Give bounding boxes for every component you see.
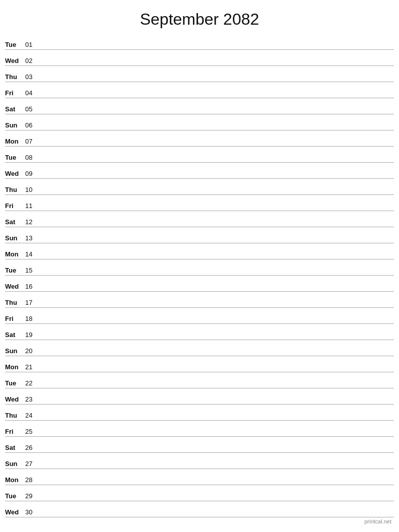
day-name: Sun [5, 234, 25, 242]
day-number: 01 [25, 41, 39, 48]
day-name: Fri [5, 202, 25, 210]
day-row: Fri04 [5, 82, 394, 98]
day-number: 17 [25, 299, 39, 306]
day-row: Mon21 [5, 356, 394, 372]
day-name: Tue [5, 154, 25, 161]
day-name: Sat [5, 331, 25, 339]
day-name: Mon [5, 476, 25, 484]
day-number: 26 [25, 444, 39, 451]
day-row: Mon14 [5, 243, 394, 259]
day-number: 09 [25, 170, 39, 177]
day-name: Thu [5, 412, 25, 419]
day-row: Sat26 [5, 437, 394, 453]
day-number: 22 [25, 379, 39, 387]
day-number: 07 [25, 138, 39, 145]
day-row: Fri11 [5, 195, 394, 211]
day-row: Sun06 [5, 114, 394, 130]
day-number: 29 [25, 492, 39, 500]
calendar-container: Tue01Wed02Thu03Fri04Sat05Sun06Mon07Tue08… [0, 34, 399, 517]
day-number: 14 [25, 250, 39, 258]
day-name: Fri [5, 315, 25, 322]
day-row: Thu24 [5, 405, 394, 421]
day-number: 15 [25, 267, 39, 274]
day-name: Tue [5, 492, 25, 500]
day-number: 13 [25, 234, 39, 242]
day-row: Tue29 [5, 485, 394, 501]
day-number: 08 [25, 154, 39, 161]
day-name: Sat [5, 444, 25, 451]
day-row: Thu17 [5, 292, 394, 308]
day-name: Tue [5, 379, 25, 387]
day-name: Tue [5, 267, 25, 274]
day-row: Sun27 [5, 453, 394, 469]
day-name: Thu [5, 73, 25, 81]
day-number: 10 [25, 186, 39, 193]
day-row: Tue01 [5, 34, 394, 50]
day-row: Thu10 [5, 179, 394, 195]
day-name: Thu [5, 299, 25, 306]
day-number: 02 [25, 57, 39, 64]
day-row: Sat12 [5, 211, 394, 227]
day-row: Fri25 [5, 421, 394, 437]
day-name: Sun [5, 121, 25, 129]
day-name: Wed [5, 170, 25, 177]
day-name: Sun [5, 347, 25, 355]
day-row: Mon07 [5, 130, 394, 147]
day-name: Wed [5, 283, 25, 290]
day-number: 18 [25, 315, 39, 322]
day-name: Sat [5, 218, 25, 226]
day-number: 05 [25, 105, 39, 113]
day-number: 23 [25, 395, 39, 403]
day-name: Wed [5, 508, 25, 516]
day-row: Wed23 [5, 388, 394, 405]
day-number: 11 [25, 202, 39, 210]
day-name: Fri [5, 89, 25, 97]
day-row: Sat19 [5, 324, 394, 340]
day-number: 20 [25, 347, 39, 355]
day-name: Wed [5, 57, 25, 64]
day-row: Sat05 [5, 98, 394, 114]
day-row: Tue08 [5, 147, 394, 163]
day-number: 24 [25, 412, 39, 419]
day-number: 06 [25, 121, 39, 129]
day-name: Sat [5, 105, 25, 113]
day-number: 19 [25, 331, 39, 339]
day-name: Mon [5, 138, 25, 145]
day-number: 28 [25, 476, 39, 484]
day-number: 12 [25, 218, 39, 226]
day-name: Fri [5, 428, 25, 435]
day-row: Sun13 [5, 227, 394, 243]
day-row: Wed16 [5, 276, 394, 292]
day-row: Wed30 [5, 501, 394, 517]
day-name: Tue [5, 41, 25, 48]
day-row: Wed09 [5, 163, 394, 179]
day-number: 25 [25, 428, 39, 435]
day-row: Tue22 [5, 372, 394, 388]
day-number: 30 [25, 508, 39, 516]
day-row: Wed02 [5, 50, 394, 66]
day-number: 21 [25, 363, 39, 371]
page-title: September 2082 [0, 0, 399, 34]
day-name: Sun [5, 460, 25, 468]
day-row: Sun20 [5, 340, 394, 356]
day-number: 27 [25, 460, 39, 468]
day-name: Mon [5, 363, 25, 371]
day-row: Tue15 [5, 259, 394, 276]
day-name: Thu [5, 186, 25, 193]
footer-text: printcal.net [364, 518, 391, 524]
day-number: 04 [25, 89, 39, 97]
day-row: Fri18 [5, 308, 394, 324]
day-number: 03 [25, 73, 39, 81]
day-number: 16 [25, 283, 39, 290]
day-name: Mon [5, 250, 25, 258]
day-row: Mon28 [5, 469, 394, 485]
day-name: Wed [5, 395, 25, 403]
day-row: Thu03 [5, 66, 394, 82]
